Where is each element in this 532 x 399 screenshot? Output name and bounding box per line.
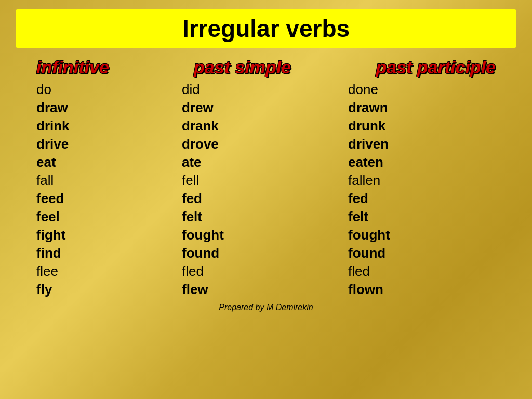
verb-past-participle: flown (348, 282, 496, 298)
verb-past-participle: found (348, 245, 496, 261)
verb-infinitive: flee (36, 263, 182, 280)
page-title: Irregular verbs (26, 15, 506, 43)
verb-row: fightfoughtfought (26, 226, 506, 244)
verb-row: drivedrovedriven (26, 135, 506, 153)
verb-past-simple: ate (182, 154, 348, 170)
verb-row: findfoundfound (26, 244, 506, 262)
verb-past-participle: felt (348, 209, 496, 225)
footer-text: Prepared by M Demirekin (219, 303, 313, 312)
verb-infinitive: fall (36, 172, 182, 189)
header-infinitive: infinitive (36, 57, 109, 77)
verb-row: feelfeltfelt (26, 208, 506, 226)
verb-past-simple: did (182, 82, 348, 98)
verb-past-simple: found (182, 245, 348, 261)
verb-past-simple: felt (182, 209, 348, 225)
verb-row: fallfellfallen (26, 171, 506, 190)
verb-past-simple: drew (182, 100, 348, 116)
verb-row: feedfedfed (26, 190, 506, 208)
verb-infinitive: feel (36, 209, 182, 225)
verb-infinitive: drive (36, 136, 182, 152)
verb-past-simple: fell (182, 172, 348, 189)
verbs-table: dodiddonedrawdrewdrawndrinkdrankdrunkdri… (0, 81, 532, 299)
verb-infinitive: feed (36, 191, 182, 207)
verb-row: dodiddone (26, 81, 506, 99)
verb-past-simple: flew (182, 282, 348, 298)
verb-past-participle: fallen (348, 172, 496, 189)
verb-infinitive: fight (36, 227, 182, 243)
verb-row: fleefledfled (26, 262, 506, 281)
verb-past-simple: fought (182, 227, 348, 243)
verb-infinitive: eat (36, 154, 182, 170)
verb-row: drawdrewdrawn (26, 99, 506, 117)
verb-past-simple: fled (182, 263, 348, 280)
verb-infinitive: fly (36, 282, 182, 298)
title-bar: Irregular verbs (16, 9, 516, 48)
header-past-participle: past participle (376, 57, 496, 77)
verb-row: flyflewflown (26, 281, 506, 299)
verb-past-participle: fought (348, 227, 496, 243)
verb-past-participle: done (348, 82, 496, 98)
verb-past-participle: fed (348, 191, 496, 207)
verb-row: eatateeaten (26, 153, 506, 171)
verb-infinitive: find (36, 245, 182, 261)
headers-row: infinitive past simple past participle (26, 57, 506, 77)
verb-infinitive: do (36, 82, 182, 98)
header-past-simple: past simple (194, 57, 291, 77)
verb-past-participle: drawn (348, 100, 496, 116)
verb-infinitive: drink (36, 118, 182, 134)
verb-past-participle: fled (348, 263, 496, 280)
verb-past-participle: eaten (348, 154, 496, 170)
verb-past-participle: driven (348, 136, 496, 152)
verb-past-simple: drove (182, 136, 348, 152)
verb-past-simple: fed (182, 191, 348, 207)
footer: Prepared by M Demirekin (0, 303, 532, 312)
verb-infinitive: draw (36, 100, 182, 116)
verb-row: drinkdrankdrunk (26, 117, 506, 135)
verb-past-participle: drunk (348, 118, 496, 134)
verb-past-simple: drank (182, 118, 348, 134)
